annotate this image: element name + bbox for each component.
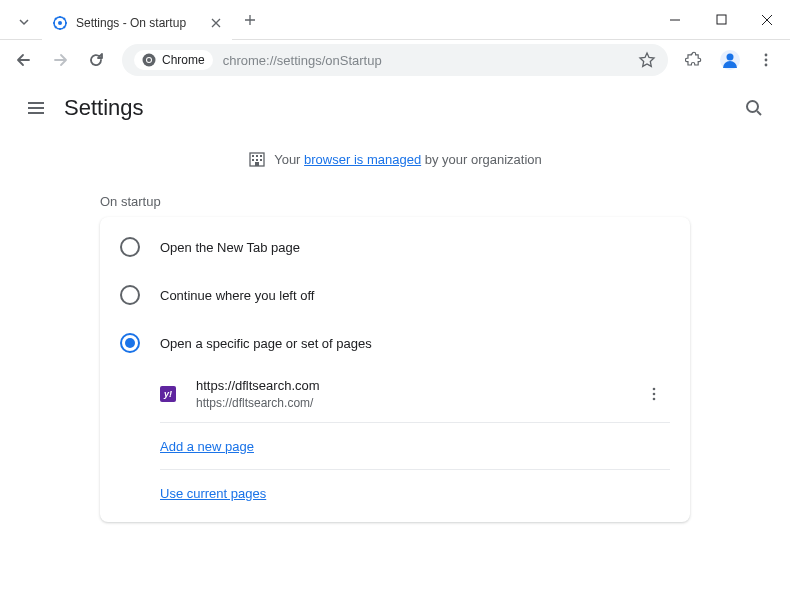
arrow-right-icon — [51, 51, 69, 69]
window-titlebar: Settings - On startup — [0, 0, 790, 40]
svg-rect-2 — [717, 15, 726, 24]
close-window-button[interactable] — [744, 0, 790, 40]
startup-pages-list: y! https://dfltsearch.com https://dfltse… — [100, 367, 690, 516]
svg-rect-16 — [252, 159, 254, 161]
use-current-row: Use current pages — [160, 470, 670, 516]
site-chip[interactable]: Chrome — [134, 50, 213, 70]
profile-icon — [719, 49, 741, 71]
chrome-icon — [142, 53, 156, 67]
chrome-menu-button[interactable] — [750, 44, 782, 76]
svg-rect-13 — [252, 155, 254, 157]
managed-notice: Your browser is managed by your organiza… — [0, 136, 790, 182]
radio-new-tab[interactable]: Open the New Tab page — [100, 223, 690, 271]
svg-point-7 — [727, 54, 734, 61]
browser-toolbar: Chrome chrome://settings/onStartup — [0, 40, 790, 80]
svg-point-11 — [747, 101, 758, 112]
chevron-down-icon — [18, 16, 30, 28]
reload-icon — [87, 51, 105, 69]
close-icon — [761, 14, 773, 26]
address-bar[interactable]: Chrome chrome://settings/onStartup — [122, 44, 668, 76]
svg-point-8 — [765, 54, 768, 57]
svg-rect-18 — [260, 159, 262, 161]
bookmark-button[interactable] — [638, 51, 656, 69]
svg-point-9 — [765, 59, 768, 62]
radio-label: Continue where you left off — [160, 288, 314, 303]
profile-button[interactable] — [714, 44, 746, 76]
add-page-link[interactable]: Add a new page — [160, 439, 254, 454]
extensions-icon — [685, 51, 703, 69]
radio-icon — [120, 285, 140, 305]
chip-label: Chrome — [162, 53, 205, 67]
managed-text: Your browser is managed by your organiza… — [274, 152, 542, 167]
use-current-link[interactable]: Use current pages — [160, 486, 266, 501]
svg-point-21 — [653, 393, 656, 396]
svg-point-1 — [58, 21, 62, 25]
settings-menu-button[interactable] — [16, 88, 56, 128]
radio-label: Open a specific page or set of pages — [160, 336, 372, 351]
maximize-icon — [716, 14, 727, 25]
forward-button[interactable] — [44, 44, 76, 76]
managed-link[interactable]: browser is managed — [304, 152, 421, 167]
page-url-text: https://dfltsearch.com/ — [196, 395, 638, 412]
settings-search-button[interactable] — [734, 88, 774, 128]
svg-point-22 — [653, 398, 656, 401]
tab-title: Settings - On startup — [76, 16, 208, 30]
minimize-icon — [669, 14, 681, 26]
back-button[interactable] — [8, 44, 40, 76]
page-more-button[interactable] — [638, 378, 670, 410]
hamburger-icon — [26, 98, 46, 118]
page-title-text: https://dfltsearch.com — [196, 377, 638, 395]
svg-point-5 — [147, 58, 151, 62]
settings-header: Settings — [0, 80, 790, 136]
svg-point-20 — [653, 388, 656, 391]
settings-content: On startup Open the New Tab page Continu… — [0, 182, 790, 522]
radio-specific-pages[interactable]: Open a specific page or set of pages — [100, 319, 690, 367]
reload-button[interactable] — [80, 44, 112, 76]
radio-continue[interactable]: Continue where you left off — [100, 271, 690, 319]
page-favicon: y! — [160, 386, 176, 402]
window-controls — [652, 0, 790, 40]
building-icon — [248, 150, 266, 168]
add-page-row: Add a new page — [160, 423, 670, 470]
extensions-button[interactable] — [678, 44, 710, 76]
section-title: On startup — [100, 182, 690, 217]
close-icon — [211, 18, 221, 28]
svg-rect-14 — [256, 155, 258, 157]
page-url-group: https://dfltsearch.com https://dfltsearc… — [196, 377, 638, 412]
more-vertical-icon — [758, 52, 774, 68]
url-text: chrome://settings/onStartup — [223, 53, 638, 68]
startup-page-item: y! https://dfltsearch.com https://dfltse… — [160, 367, 670, 423]
new-tab-button[interactable] — [236, 6, 264, 34]
page-title: Settings — [64, 95, 144, 121]
settings-gear-icon — [52, 15, 68, 31]
browser-tab[interactable]: Settings - On startup — [42, 6, 232, 40]
svg-rect-19 — [255, 162, 259, 166]
radio-icon — [120, 237, 140, 257]
minimize-button[interactable] — [652, 0, 698, 40]
tab-close-button[interactable] — [208, 15, 224, 31]
tab-search-dropdown[interactable] — [6, 6, 42, 38]
svg-rect-17 — [256, 159, 258, 161]
svg-rect-15 — [260, 155, 262, 157]
startup-card: Open the New Tab page Continue where you… — [100, 217, 690, 522]
arrow-left-icon — [15, 51, 33, 69]
radio-label: Open the New Tab page — [160, 240, 300, 255]
search-icon — [744, 98, 764, 118]
radio-icon — [120, 333, 140, 353]
more-vertical-icon — [646, 386, 662, 402]
star-icon — [638, 51, 656, 69]
plus-icon — [244, 14, 256, 26]
maximize-button[interactable] — [698, 0, 744, 40]
svg-point-10 — [765, 64, 768, 67]
